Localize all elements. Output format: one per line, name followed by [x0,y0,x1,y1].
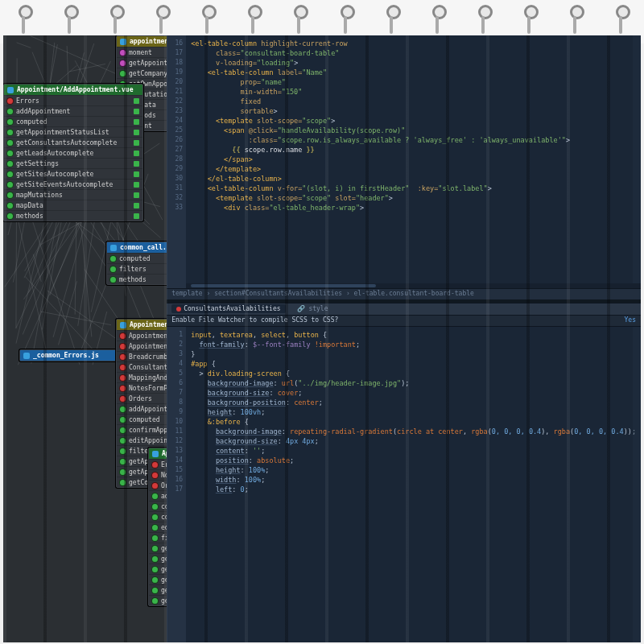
node-member[interactable]: getCompanyAppointmentsList [117,68,167,78]
svg-line-35 [59,281,77,345]
node-member[interactable]: getAppointment [149,543,167,553]
node-member[interactable]: addAppointment [117,403,167,414]
node-member[interactable]: computed [107,253,167,263]
member-label: Orders [161,482,167,489]
horizontal-scrollbar[interactable] [186,283,641,288]
node-member[interactable]: addAppointment [149,490,167,501]
node-member[interactable]: methods [4,210,142,221]
member-label: NotesFormPart [161,472,167,479]
node-member[interactable]: methods [107,274,167,284]
member-icon [152,483,158,489]
member-icon [120,60,126,66]
node-member[interactable]: filters [149,532,167,543]
member-label: NotesFormPart [129,385,167,392]
node-member[interactable]: getSiteEventsAutocomplete [4,179,142,189]
graph-node[interactable]: Appointment/AddAppointment.vueErrorsaddA… [3,84,143,221]
link-icon: 🔗 [297,305,309,312]
node-member[interactable]: confirmAppointment [149,511,167,522]
node-member[interactable]: getAppointmentsList [117,57,167,68]
scrollbar-thumb[interactable] [191,284,376,287]
member-label: getSiteEventsAutocomplete [161,597,167,605]
member-icon [120,386,126,391]
node-title: appointments.js [130,38,167,45]
node-member[interactable]: confirmAppointment [117,424,167,435]
member-icon [7,98,13,104]
tab-label: style [308,305,328,312]
port-icon [134,161,139,167]
node-member[interactable]: addAppointment [4,105,142,116]
member-label: computed [161,503,167,510]
node-member[interactable]: getConsultantsAutocomplete [149,564,167,574]
member-label: Breadcrumb [129,353,167,361]
node-member[interactable]: computed [149,501,167,511]
breadcrumb[interactable]: template › section#ConsultantsAvailabili… [167,288,641,299]
node-member[interactable]: getAppointmentStatusList [4,126,142,137]
upper-code-pane: 161718192021222324252627282930313233 <el… [167,35,641,288]
code-content[interactable]: input, textarea, select, button { font-f… [186,327,641,642]
port-icon [134,119,139,125]
node-member[interactable]: getConsultantsAutocomplete [4,137,142,147]
minimap[interactable] [633,327,641,642]
node-member[interactable]: editAppointment [117,435,167,445]
node-member[interactable]: getAppointmentStatusList [149,553,167,564]
node-member[interactable]: NotesFormPart [149,469,167,480]
port-icon [134,213,139,219]
node-member[interactable]: computed [4,116,142,126]
node-member[interactable]: NotesFormPart [117,382,167,393]
svg-line-28 [17,43,31,47]
node-member[interactable]: filters [107,263,167,274]
member-label: mapData [16,202,43,209]
node-member[interactable]: getSettings [4,158,142,168]
port-icon [134,109,139,114]
code-content[interactable]: <el-table-column highlight-current-row c… [186,35,641,288]
code-editor: 161718192021222324252627282930313233 <el… [167,35,641,642]
file-watcher-notice: Enable File Watcher to compile SCSS to C… [167,316,641,327]
editor-tab[interactable]: 🔗 style [292,304,333,313]
notice-yes-link[interactable]: Yes [625,316,636,325]
member-icon [152,598,158,604]
node-member[interactable]: editAppointment [149,522,167,532]
editor-tab[interactable]: ConsultantsAvailabilities [171,304,285,313]
file-icon [23,353,30,359]
member-icon [120,427,126,433]
node-member[interactable]: getLeadsAutocomplete [4,147,142,158]
node-member[interactable]: mapData [4,200,142,210]
member-icon [7,182,13,188]
node-member[interactable]: AppointmentBoardCall [117,330,167,341]
graph-node[interactable]: common_call.jscomputedfiltersmethods [106,242,167,285]
node-member[interactable]: getLeadsAutocomplete [149,574,167,584]
node-member[interactable]: ConsultantsAvailabilities [117,361,167,372]
member-icon [152,535,158,541]
member-label: MappingAndTracking [129,374,167,382]
node-member[interactable]: mapMutations [4,189,142,200]
node-member[interactable]: getSiteEventsAutocomplete [149,595,167,605]
node-member[interactable]: AppointmentsOnDay [117,341,167,351]
node-member[interactable]: Orders [149,480,167,490]
node-member[interactable]: MappingAndTracking [117,372,167,382]
node-member[interactable]: moment [117,47,167,57]
dependency-graph: appointments.jsmomentgetAppointmentsList… [3,35,167,642]
minimap[interactable] [633,35,641,288]
graph-node[interactable]: _common_Errors.js [19,349,118,361]
member-icon [120,375,126,381]
svg-line-65 [25,276,99,356]
node-member[interactable]: Errors [149,459,167,469]
member-icon [152,556,158,562]
member-icon [152,525,158,530]
node-title: Appointment/AddAppointment.vue [17,86,134,93]
node-member[interactable]: getSitesAutocomplete [149,584,167,595]
member-icon [152,567,158,572]
member-icon [120,417,126,423]
member-label: addAppointment [16,108,70,115]
member-label: getSettings [16,160,59,167]
node-member[interactable]: getSitesAutocomplete [4,168,142,179]
member-icon [120,459,126,464]
file-icon [152,451,159,457]
member-icon [152,514,158,520]
graph-node[interactable]: Appointment/EditAppointment.vueErrorsNot… [148,448,167,606]
notice-text: Enable File Watcher to compile SCSS to C… [171,316,338,325]
node-member[interactable]: Orders [117,393,167,403]
node-member[interactable]: Errors [4,95,142,105]
node-member[interactable]: computed [117,414,167,424]
node-member[interactable]: Breadcrumb [117,351,167,361]
